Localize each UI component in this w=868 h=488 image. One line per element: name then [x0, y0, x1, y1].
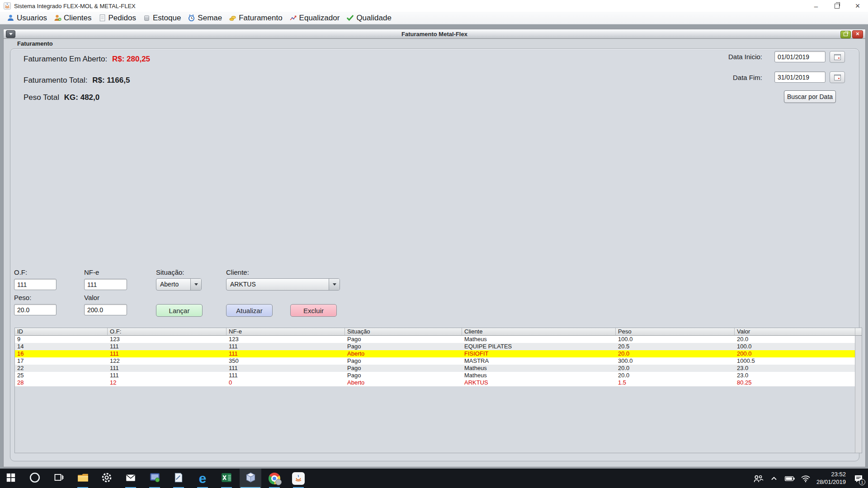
window-menu-button[interactable]	[6, 30, 15, 38]
wifi-icon[interactable]	[798, 469, 813, 488]
mdi-close-button[interactable]: ×	[852, 30, 863, 38]
table-cell-situacao: Pago	[345, 365, 462, 372]
tray-expand-button[interactable]	[766, 469, 782, 488]
table-cell-cliente: ARKTUS	[462, 379, 616, 386]
mail-button[interactable]	[120, 469, 142, 488]
table-row[interactable]: 25111111PagoMatheus20.023.0	[15, 372, 855, 379]
table-cell-situacao: Pago	[345, 343, 462, 350]
menu-item-semae[interactable]: Semae	[185, 14, 226, 23]
clock-icon	[188, 14, 195, 22]
edge-button[interactable]: e	[192, 469, 213, 488]
vertical-scrollbar[interactable]	[855, 336, 862, 453]
billing-table: ID O.F: NF-e Situação Cliente Peso Valor…	[14, 328, 862, 453]
column-header-valor[interactable]: Valor	[735, 328, 855, 336]
notes-app-button[interactable]	[168, 469, 189, 488]
table-row[interactable]: 17122350PagoMASTRA300.01000.5	[15, 357, 855, 365]
column-header-nfe[interactable]: NF-e	[226, 328, 345, 336]
valor-input[interactable]	[84, 304, 127, 315]
action-center-button[interactable]: 1	[851, 469, 866, 488]
table-row[interactable]: 16111111AbertoFISIOFIT20.0200.0	[15, 350, 855, 357]
menu-label: Semae	[198, 14, 222, 23]
menu-item-estoque[interactable]: Estoque	[141, 14, 185, 23]
date-start-input[interactable]	[774, 51, 826, 62]
open-billing-line: Faturamento Em Aberto: R$: 280,25	[24, 55, 150, 64]
column-header-peso[interactable]: Peso	[616, 328, 735, 336]
taskbar-clock[interactable]: 23:52 28/01/2019	[816, 471, 846, 486]
table-cell-id: 16	[15, 350, 108, 357]
cliente-select[interactable]: ARKTUS	[226, 278, 340, 291]
buscar-por-data-button[interactable]: Buscar por Data	[784, 90, 836, 103]
table-row[interactable]: 14111111PagoEQUIPE PILATES20.5100.0	[15, 343, 855, 350]
table-row[interactable]: 9123123PagoMatheus100.020.0	[15, 336, 855, 343]
situacao-select[interactable]: Aberto	[156, 278, 202, 291]
menu-item-clientes[interactable]: Clientes	[52, 14, 96, 23]
date-end-input[interactable]	[774, 71, 826, 83]
table-cell-of: 111	[108, 365, 226, 372]
cortana-button[interactable]	[24, 469, 46, 488]
total-weight-label: Peso Total	[24, 93, 59, 102]
table-cell-of: 12	[108, 379, 226, 386]
table-cell-peso: 20.5	[616, 343, 735, 350]
calendar-icon	[834, 54, 841, 60]
java-app-button[interactable]	[240, 469, 261, 488]
close-button[interactable]: ×	[847, 0, 868, 12]
table-cell-valor: 23.0	[735, 372, 855, 379]
excluir-button[interactable]: Excluir	[290, 304, 337, 317]
chrome-button[interactable]	[264, 469, 285, 488]
excel-button[interactable]	[216, 469, 237, 488]
media-app-button[interactable]	[144, 469, 165, 488]
menu-item-equalizador[interactable]: Equalizador	[287, 14, 344, 23]
menu-label: Estoque	[153, 14, 181, 23]
file-explorer-button[interactable]	[72, 469, 94, 488]
mail-icon	[125, 472, 137, 485]
mdi-desktop: Faturamento Metal-Flex × Faturamento Fat…	[0, 24, 868, 469]
table-cell-of: 122	[108, 357, 226, 365]
battery-icon[interactable]	[782, 469, 797, 488]
lancar-button[interactable]: Lançar	[156, 304, 203, 317]
peso-input[interactable]	[14, 304, 57, 315]
clients-icon	[54, 14, 61, 22]
menu-item-usuarios[interactable]: Usuarios	[5, 14, 52, 23]
column-header-of[interactable]: O.F:	[108, 328, 226, 336]
table-cell-id: 22	[15, 365, 108, 372]
table-row[interactable]: 28120AbertoARKTUS1.580.25	[15, 379, 855, 386]
column-header-situacao[interactable]: Situação	[345, 328, 462, 336]
notepad-icon	[173, 472, 184, 485]
table-cell-situacao: Aberto	[345, 350, 462, 357]
table-cell-id: 28	[15, 379, 108, 386]
start-button[interactable]	[0, 469, 22, 488]
faturamento-window: Faturamento Metal-Flex × Faturamento Fat…	[3, 29, 866, 467]
menu-item-pedidos[interactable]: Pedidos	[96, 14, 141, 23]
valor-label: Valor	[84, 294, 99, 301]
column-header-id[interactable]: ID	[15, 328, 108, 336]
date-start-calendar-button[interactable]	[830, 51, 845, 63]
people-button[interactable]	[750, 469, 766, 488]
settings-button[interactable]	[96, 469, 118, 488]
menu-label: Faturamento	[239, 14, 282, 23]
task-view-button[interactable]	[48, 469, 70, 488]
cortana-icon	[29, 472, 41, 485]
mdi-maximize-button[interactable]	[840, 31, 851, 38]
of-input[interactable]	[14, 279, 57, 290]
menu-item-qualidade[interactable]: Qualidade	[344, 14, 396, 23]
table-cell-nfe: 350	[226, 357, 345, 365]
java-runtime-button[interactable]	[288, 469, 309, 488]
menu-item-faturamento[interactable]: Faturamento	[226, 14, 287, 23]
restore-icon	[844, 33, 848, 36]
restore-button[interactable]	[826, 0, 847, 12]
dropdown-arrow-button[interactable]	[190, 279, 201, 290]
nfe-input[interactable]	[84, 279, 127, 290]
date-end-calendar-button[interactable]	[830, 71, 845, 83]
total-billing-line: Faturamento Total: R$: 1166,5	[24, 76, 130, 85]
atualizar-button[interactable]: Atualizar	[226, 304, 273, 317]
cliente-label: Cliente:	[226, 268, 249, 276]
table-row[interactable]: 22111111PagoMatheus20.023.0	[15, 365, 855, 372]
system-tray: 23:52 28/01/2019 1	[750, 469, 868, 488]
minimize-button[interactable]: –	[806, 0, 826, 12]
table-header: ID O.F: NF-e Situação Cliente Peso Valor	[15, 328, 862, 336]
table-cell-nfe: 111	[226, 365, 345, 372]
menu-label: Equalizador	[299, 14, 340, 23]
column-header-cliente[interactable]: Cliente	[462, 328, 616, 336]
chevron-down-icon	[333, 283, 336, 286]
dropdown-arrow-button[interactable]	[329, 279, 340, 290]
